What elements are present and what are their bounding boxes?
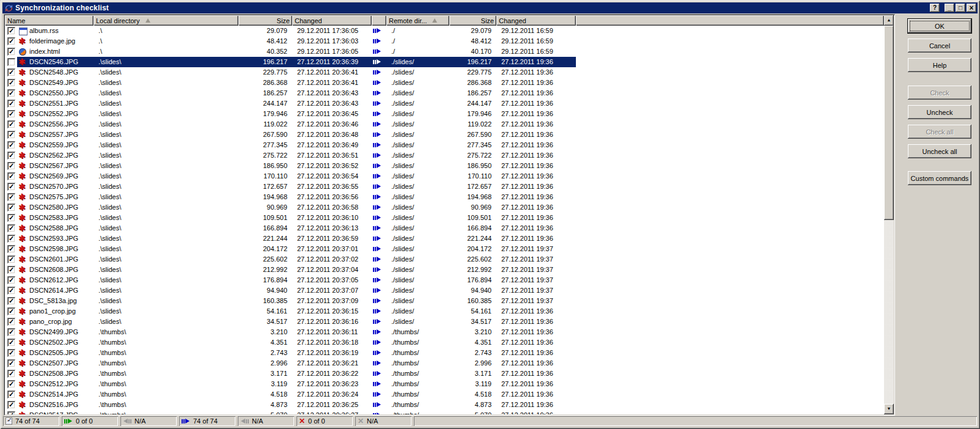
- scroll-down-button[interactable]: ▼: [884, 404, 894, 414]
- file-row[interactable]: ✓DSC_5813a.jpg.\slides\160.38527.12.2011…: [5, 296, 884, 306]
- file-row[interactable]: ✓DSCN2583.JPG.\slides\109.50127.12.2011 …: [5, 213, 884, 223]
- file-row[interactable]: ✓DSCN2549.JPG.\slides\286.36827.12.2011 …: [5, 78, 884, 88]
- row-checkbox[interactable]: ✓: [7, 152, 15, 160]
- file-row[interactable]: ✓DSCN2499.JPG.\thumbs\3.21027.12.2011 20…: [5, 327, 884, 337]
- column-header-direction[interactable]: [372, 15, 386, 26]
- file-row[interactable]: ✓DSCN2512.JPG.\thumbs\3.11927.12.2011 20…: [5, 379, 884, 389]
- scroll-up-button[interactable]: ▲: [884, 15, 894, 26]
- row-checkbox[interactable]: ✓: [7, 235, 15, 243]
- file-row[interactable]: ✓DSCN2546.JPG.\slides\196.21727.12.2011 …: [5, 57, 884, 67]
- file-row[interactable]: ✓DSCN2514.JPG.\thumbs\4.51827.12.2011 20…: [5, 389, 884, 400]
- vertical-scrollbar[interactable]: ▲ ▼: [884, 15, 894, 414]
- row-checkbox[interactable]: ✓: [7, 287, 15, 295]
- row-checkbox[interactable]: ✓: [7, 120, 15, 128]
- cancel-button[interactable]: Cancel: [908, 38, 971, 53]
- column-header-local-size[interactable]: Size: [238, 15, 292, 26]
- file-row[interactable]: ✓DSCN2516.JPG.\thumbs\4.87327.12.2011 20…: [5, 400, 884, 410]
- row-checkbox[interactable]: ✓: [7, 370, 15, 378]
- file-row[interactable]: ✓DSCN2552.JPG.\slides\179.94627.12.2011 …: [5, 109, 884, 119]
- file-row[interactable]: ✓DSCN2517.JPG.\thumbs\5.07027.12.2011 20…: [5, 410, 884, 414]
- row-checkbox[interactable]: ✓: [7, 359, 15, 367]
- file-row[interactable]: ✓DSCN2562.JPG.\slides\275.72227.12.2011 …: [5, 150, 884, 161]
- column-header-remote-directory[interactable]: Remote dir...: [386, 15, 449, 26]
- file-row[interactable]: ✓index.html.\40.35229.12.2011 17:36:05./…: [5, 46, 884, 57]
- row-checkbox[interactable]: ✓: [7, 100, 15, 108]
- scrollbar-thumb[interactable]: [884, 26, 894, 220]
- file-row[interactable]: ✓DSCN2593.JPG.\slides\221.24427.12.2011 …: [5, 233, 884, 244]
- row-checkbox[interactable]: ✓: [7, 276, 15, 284]
- row-checkbox[interactable]: ✓: [7, 183, 15, 191]
- row-checkbox[interactable]: ✓: [7, 48, 15, 56]
- column-header-remote-changed[interactable]: Changed: [496, 15, 576, 26]
- row-checkbox[interactable]: ✓: [7, 224, 15, 232]
- row-checkbox[interactable]: ✓: [7, 193, 15, 201]
- titlebar[interactable]: Synchronization checklist ? _ □ ×: [2, 2, 978, 13]
- file-row[interactable]: ✓DSCN2608.JPG.\slides\212.99227.12.2011 …: [5, 265, 884, 275]
- uncheck-all-button[interactable]: Uncheck all: [908, 144, 971, 158]
- column-header-local-changed[interactable]: Changed: [292, 15, 372, 26]
- row-checkbox[interactable]: ✓: [7, 307, 15, 315]
- file-row[interactable]: ✓folderimage.jpg.\48.41229.12.2011 17:36…: [5, 36, 884, 46]
- file-row[interactable]: ✓DSCN2614.JPG.\slides\94.94027.12.2011 2…: [5, 285, 884, 296]
- row-checkbox[interactable]: ✓: [7, 380, 15, 388]
- row-checkbox[interactable]: ✓: [7, 204, 15, 211]
- remote-changed-cell: 27.12.2011 19:36: [496, 192, 576, 202]
- close-button[interactable]: ×: [967, 4, 976, 12]
- row-checkbox[interactable]: ✓: [7, 141, 15, 149]
- file-row[interactable]: ✓DSCN2588.JPG.\slides\166.89427.12.2011 …: [5, 223, 884, 233]
- row-checkbox[interactable]: ✓: [7, 339, 15, 346]
- file-row[interactable]: ✓DSCN2508.JPG.\thumbs\3.17127.12.2011 20…: [5, 369, 884, 379]
- file-row[interactable]: ✓DSCN2551.JPG.\slides\244.14727.12.2011 …: [5, 98, 884, 109]
- file-row[interactable]: ✓DSCN2557.JPG.\slides\267.59027.12.2011 …: [5, 130, 884, 140]
- column-header-remote-size[interactable]: Size: [449, 15, 496, 26]
- row-checkbox[interactable]: ✓: [7, 172, 15, 180]
- column-header-local-directory[interactable]: Local directory: [94, 15, 238, 26]
- row-checkbox[interactable]: ✓: [7, 318, 15, 326]
- file-row[interactable]: ✓DSCN2569.JPG.\slides\170.11027.12.2011 …: [5, 171, 884, 182]
- row-checkbox[interactable]: ✓: [7, 89, 15, 97]
- file-row[interactable]: ✓DSCN2601.JPG.\slides\225.60227.12.2011 …: [5, 254, 884, 265]
- row-checkbox[interactable]: ✓: [7, 37, 15, 45]
- maximize-button[interactable]: □: [956, 4, 965, 12]
- help-titlebar-button[interactable]: ?: [930, 4, 940, 12]
- file-row[interactable]: ✓DSCN2580.JPG.\slides\90.96927.12.2011 2…: [5, 202, 884, 213]
- row-checkbox[interactable]: ✓: [7, 411, 15, 414]
- row-checkbox[interactable]: ✓: [7, 110, 15, 118]
- row-checkbox[interactable]: ✓: [7, 245, 15, 253]
- uncheck-button[interactable]: Uncheck: [908, 105, 971, 119]
- row-checkbox[interactable]: ✓: [7, 58, 15, 66]
- minimize-button[interactable]: _: [945, 4, 954, 12]
- row-checkbox[interactable]: ✓: [7, 266, 15, 274]
- row-checkbox[interactable]: ✓: [7, 162, 15, 170]
- file-row[interactable]: ✓DSCN2570.JPG.\slides\172.65727.12.2011 …: [5, 182, 884, 192]
- file-row[interactable]: ✓pano_crop.jpg.\slides\34.51727.12.2011 …: [5, 317, 884, 327]
- file-row[interactable]: ✓pano1_crop.jpg.\slides\54.16127.12.2011…: [5, 306, 884, 317]
- row-checkbox[interactable]: ✓: [7, 79, 15, 87]
- row-checkbox[interactable]: ✓: [7, 297, 15, 305]
- row-checkbox[interactable]: ✓: [7, 131, 15, 139]
- row-checkbox[interactable]: ✓: [7, 328, 15, 336]
- file-row[interactable]: ✓DSCN2502.JPG.\thumbs\4.35127.12.2011 20…: [5, 337, 884, 348]
- file-row[interactable]: ✓DSCN2556.JPG.\slides\119.02227.12.2011 …: [5, 119, 884, 130]
- file-row[interactable]: ✓DSCN2612.JPG.\slides\176.89427.12.2011 …: [5, 275, 884, 285]
- row-checkbox[interactable]: ✓: [7, 68, 15, 76]
- row-checkbox[interactable]: ✓: [7, 214, 15, 222]
- file-row[interactable]: ✓DSCN2548.JPG.\slides\229.77527.12.2011 …: [5, 67, 884, 78]
- custom-commands-button[interactable]: Custom commands: [908, 171, 971, 185]
- row-checkbox[interactable]: ✓: [7, 27, 15, 35]
- help-button[interactable]: Help: [908, 58, 971, 72]
- ok-button[interactable]: OK: [908, 19, 971, 33]
- file-row[interactable]: ✓DSCN2598.JPG.\slides\204.17227.12.2011 …: [5, 244, 884, 254]
- file-row[interactable]: ✓DSCN2567.JPG.\slides\186.95027.12.2011 …: [5, 161, 884, 171]
- row-checkbox[interactable]: ✓: [7, 401, 15, 409]
- row-checkbox[interactable]: ✓: [7, 349, 15, 357]
- file-row[interactable]: ✓DSCN2507.JPG.\thumbs\2.99627.12.2011 20…: [5, 358, 884, 369]
- row-checkbox[interactable]: ✓: [7, 255, 15, 263]
- file-row[interactable]: ✓DSCN2559.JPG.\slides\277.34527.12.2011 …: [5, 140, 884, 150]
- file-row[interactable]: ✓album.rss.\29.07929.12.2011 17:36:05./2…: [5, 26, 884, 36]
- row-checkbox[interactable]: ✓: [7, 391, 15, 398]
- file-row[interactable]: ✓DSCN2575.JPG.\slides\194.96827.12.2011 …: [5, 192, 884, 202]
- file-row[interactable]: ✓DSCN2505.JPG.\thumbs\2.74327.12.2011 20…: [5, 348, 884, 358]
- column-header-name[interactable]: Name: [5, 15, 94, 26]
- file-row[interactable]: ✓DSCN2550.JPG.\slides\186.25727.12.2011 …: [5, 88, 884, 98]
